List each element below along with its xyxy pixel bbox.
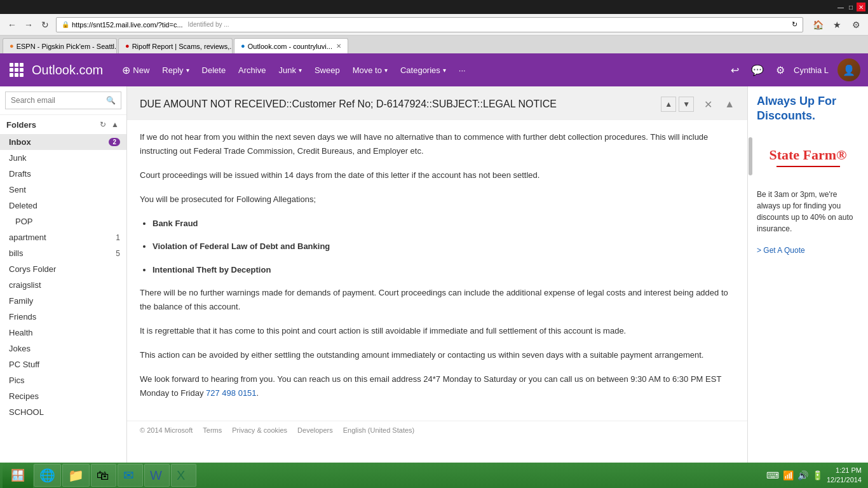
folder-item-inbox[interactable]: Inbox 2	[0, 134, 126, 150]
start-button[interactable]: 🪟	[3, 463, 33, 488]
folder-label: bills	[9, 248, 23, 258]
junk-arrow: ▾	[299, 67, 302, 74]
inbox-badge: 2	[109, 138, 120, 146]
forward-button[interactable]: →	[20, 17, 37, 33]
folder-item-friends[interactable]: Friends	[0, 309, 126, 325]
tab-bar: ● ESPN - Pigskin Pick'em - Seattl... ● R…	[0, 36, 868, 53]
chat-button[interactable]: 💬	[748, 60, 767, 79]
folder-item-bills[interactable]: bills 5	[0, 245, 126, 261]
taskbar-store[interactable]: 🛍	[91, 464, 116, 487]
system-clock: 1:21 PM 12/21/2014	[827, 466, 862, 485]
undo-button[interactable]: ↩	[725, 60, 744, 79]
allegation-3: Intentional Theft by Deception	[153, 263, 735, 277]
folder-item-health[interactable]: Health	[0, 325, 126, 341]
folder-item-pics[interactable]: Pics	[0, 372, 126, 388]
archive-button[interactable]: Archive	[232, 62, 272, 79]
avatar[interactable]: 👤	[837, 58, 860, 81]
refresh-icon: ↻	[792, 20, 797, 29]
address-bar[interactable]: 🔒 https://snt152.mail.live.com/?tid=c...…	[56, 17, 803, 32]
ad-header: Always Up For Discounts.	[748, 86, 868, 132]
minimize-button[interactable]: —	[836, 3, 845, 11]
taskbar-outlook[interactable]: ✉	[118, 464, 143, 487]
app-grid-button[interactable]	[8, 61, 25, 79]
search-box[interactable]: 🔍	[5, 92, 121, 109]
tab-outlook[interactable]: ● Outlook.com - countryluvi... ✕	[234, 38, 348, 53]
email-para-3: You will be prosecuted for Following All…	[140, 193, 735, 207]
home-button[interactable]: 🏠	[810, 17, 826, 33]
folder-label: apartment	[9, 233, 46, 242]
panel-collapse-button[interactable]: ▲	[724, 98, 735, 110]
phone-link[interactable]: 727 498 0151	[206, 388, 257, 398]
refresh-folders-button[interactable]: ↻	[98, 119, 107, 130]
refresh-button[interactable]: ↻	[37, 17, 53, 33]
folder-item-deleted[interactable]: Deleted	[0, 198, 126, 214]
folder-item-drafts[interactable]: Drafts	[0, 166, 126, 182]
categories-arrow: ▾	[443, 67, 446, 74]
junk-button[interactable]: Junk ▾	[272, 62, 308, 79]
maximize-button[interactable]: □	[846, 3, 855, 11]
email-nav-buttons: ▲ ▼	[661, 97, 694, 112]
folder-item-corys[interactable]: Corys Folder	[0, 261, 126, 277]
folder-item-pop[interactable]: POP	[0, 214, 126, 229]
categories-button[interactable]: Categories ▾	[394, 62, 452, 79]
privacy-link[interactable]: Privacy & cookies	[232, 426, 287, 434]
apartment-badge: 1	[116, 233, 120, 242]
folder-item-recipes[interactable]: Recipes	[0, 388, 126, 404]
email-nav-down[interactable]: ▼	[679, 97, 694, 112]
close-button[interactable]: ✕	[857, 3, 865, 11]
address-text: https://snt152.mail.live.com/?tid=c...	[72, 21, 183, 29]
terms-link[interactable]: Terms	[203, 426, 222, 434]
tab-label: Outlook.com - countryluvi...	[248, 43, 332, 50]
ad-panel: Always Up For Discounts. State Farm® Be …	[747, 86, 868, 488]
tab-close-icon[interactable]: ✕	[336, 43, 341, 50]
developers-link[interactable]: Developers	[297, 426, 333, 434]
taskbar-explorer[interactable]: 📁	[62, 464, 90, 487]
language-link[interactable]: English (United States)	[343, 426, 415, 434]
clock-time: 1:21 PM	[827, 466, 862, 475]
move-to-button[interactable]: Move to ▾	[346, 62, 394, 79]
email-header: DUE AMOUNT NOT RECEIVED::Customer Ref No…	[127, 86, 747, 120]
user-name: Cynthia L	[794, 65, 829, 75]
scroll-thumb[interactable]	[749, 137, 752, 175]
new-button[interactable]: ⊕ New	[116, 60, 156, 80]
ad-cta-link[interactable]: > Get A Quote	[748, 241, 868, 260]
folder-label: Sent	[9, 185, 26, 194]
folder-label: Corys Folder	[9, 264, 56, 274]
back-button[interactable]: ←	[4, 17, 20, 33]
email-close-button[interactable]: ✕	[700, 97, 715, 112]
search-input[interactable]	[11, 96, 106, 105]
identified-text: Identified by ...	[188, 21, 229, 28]
folder-item-pcstuff[interactable]: PC Stuff	[0, 356, 126, 372]
system-tray: ⌨ 📶 🔊 🔋 1:21 PM 12/21/2014	[763, 466, 865, 485]
taskbar-word[interactable]: W	[144, 464, 170, 487]
folder-item-apartment[interactable]: apartment 1	[0, 229, 126, 245]
folder-item-jokes[interactable]: Jokes	[0, 341, 126, 356]
ad-logo-container: State Farm®	[769, 147, 846, 167]
sweep-button[interactable]: Sweep	[308, 62, 346, 79]
tab-espn[interactable]: ● ESPN - Pigskin Pick'em - Seattl...	[3, 38, 117, 53]
delete-button[interactable]: Delete	[196, 62, 233, 79]
more-button[interactable]: ···	[452, 62, 472, 79]
settings-button[interactable]: ⚙	[848, 17, 864, 33]
folder-item-sent[interactable]: Sent	[0, 182, 126, 198]
bills-badge: 5	[116, 249, 120, 258]
tab-ripoff[interactable]: ● Ripoff Report | Scams, reviews,...	[118, 38, 233, 53]
reply-button[interactable]: Reply ▾	[156, 62, 195, 79]
taskbar-ie[interactable]: 🌐	[34, 464, 61, 487]
email-main: DUE AMOUNT NOT RECEIVED::Customer Ref No…	[127, 86, 747, 488]
folder-item-family[interactable]: Family	[0, 293, 126, 309]
secure-icon: 🔒	[62, 21, 69, 28]
collapse-folders-button[interactable]: ▲	[110, 119, 120, 130]
browser-chrome: ← → ↻ 🔒 https://snt152.mail.live.com/?ti…	[0, 14, 868, 36]
folder-item-school[interactable]: SCHOOL	[0, 404, 126, 420]
folder-item-junk[interactable]: Junk	[0, 150, 126, 166]
tab-label: ESPN - Pigskin Pick'em - Seattl...	[17, 43, 117, 50]
folder-label: Inbox	[9, 137, 31, 147]
folder-label: Family	[9, 296, 33, 306]
folder-item-craigslist[interactable]: craigslist	[0, 277, 126, 293]
email-nav-up[interactable]: ▲	[661, 97, 676, 112]
settings-icon-button[interactable]: ⚙	[771, 60, 790, 79]
favorites-button[interactable]: ★	[829, 17, 845, 33]
taskbar-excel[interactable]: X	[171, 464, 196, 487]
folder-label: Health	[9, 328, 33, 337]
